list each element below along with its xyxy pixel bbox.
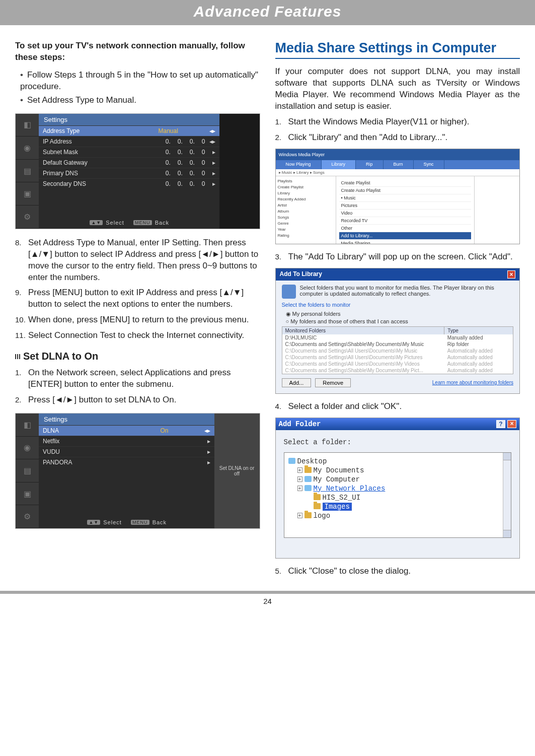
up-down-keys-icon: ▲▼ [87, 520, 100, 525]
bullet-item: Set Address Type to Manual. [20, 95, 260, 106]
wmp-tree-item[interactable]: Library [278, 190, 334, 196]
wmp-menu-item[interactable]: Create Playlist [339, 179, 472, 187]
wmp-menu-item[interactable]: • Music [339, 194, 472, 202]
wmp-tree-item[interactable]: Songs [278, 215, 334, 221]
step-text: Press [◄/►] button to set DLNA to On. [28, 394, 260, 406]
wmp-tab[interactable]: Now Playing [276, 160, 322, 169]
wmp-tab[interactable]: Rip [356, 160, 384, 169]
tree-node-desktop[interactable]: Desktop [288, 457, 507, 466]
tv-hint-panel: Set DLNA on or off [214, 414, 260, 528]
wmp-tree-item[interactable]: Recently Added [278, 196, 334, 202]
list-item: 5. Click "Close" to close the dialog. [275, 566, 520, 577]
wmp-library-dropdown: Create PlaylistCreate Auto Playlist• Mus… [336, 176, 475, 244]
tv-setting-row[interactable]: Netflix▸ [39, 436, 214, 446]
tv-setting-row[interactable]: Subnet Mask0.0.0.0▸ [39, 147, 219, 157]
atl-title-text: Add To Library [280, 270, 322, 279]
computer-icon [304, 476, 312, 482]
wmp-tab[interactable]: Sync [414, 160, 444, 169]
wmp-menu-item[interactable]: Video [339, 210, 472, 217]
list-item: 1.On the Network screen, select Applicat… [15, 367, 260, 390]
tree-node-logo[interactable]: +logo [288, 511, 507, 520]
wmp-tab[interactable]: Library [322, 160, 356, 169]
wmp-menu-item[interactable]: Media Sharing... [339, 240, 472, 244]
step-text: Click "Library" and then "Add to Library… [288, 132, 520, 144]
wmp-nav-tree: PlaylistsCreate PlaylistLibraryRecently … [276, 176, 336, 244]
wmp-menu-item[interactable]: Create Auto Playlist [339, 187, 472, 194]
tree-node-his[interactable]: HIS_S2_UI [288, 493, 507, 502]
expand-icon[interactable]: + [297, 513, 302, 518]
wmp-title-text: Windows Media Player [279, 152, 325, 157]
tv-setting-row[interactable]: DLNAOn◂▸ [39, 425, 214, 436]
wmp-tree-item[interactable]: Create Playlist [278, 184, 334, 190]
tv-setting-row[interactable]: Address TypeManual◂▸ [39, 125, 219, 136]
wmp-menu-item[interactable]: Pictures [339, 202, 472, 210]
wmp-menu-item[interactable]: Recorded TV [339, 217, 472, 225]
list-item: 11.Select Connection Test to check the I… [15, 330, 260, 341]
expand-icon[interactable]: + [297, 486, 302, 491]
atl-radio-others[interactable]: ○ My folders and those of others that I … [286, 318, 514, 324]
atl-table-row[interactable]: C:\Documents and Settings\All Users\Docu… [282, 348, 513, 354]
expand-icon[interactable]: + [297, 467, 302, 473]
close-icon[interactable]: × [507, 420, 516, 428]
atl-table-row[interactable]: C:\Documents and Settings\Shabble\My Doc… [282, 341, 513, 348]
step-text: On the Network screen, select Applicatio… [28, 367, 260, 390]
wmp-tree-item[interactable]: Album [278, 209, 334, 215]
step-number: 1. [15, 367, 28, 390]
atl-titlebar: Add To Library × [276, 268, 520, 281]
media-share-step-5: 5. Click "Close" to close the dialog. [275, 566, 520, 577]
atl-table-row[interactable]: C:\Documents and Settings\All Users\Docu… [282, 354, 513, 361]
wmp-tab[interactable]: Burn [384, 160, 414, 169]
af-body: Select a folder: Desktop +My Documents +… [276, 430, 520, 546]
af-folder-tree[interactable]: Desktop +My Documents +My Computer +My N… [284, 452, 512, 538]
atl-table-row[interactable]: C:\Documents and Settings\Shabble\My Doc… [282, 367, 513, 374]
tree-node-mynet[interactable]: +My Network Places [288, 484, 507, 493]
tree-node-images[interactable]: Images [288, 502, 507, 511]
tv-setting-row[interactable]: Secondary DNS0.0.0.0▸ [39, 178, 219, 189]
tree-node-mycomp[interactable]: +My Computer [288, 475, 507, 484]
tv-setting-row[interactable]: PANDORA▸ [39, 457, 214, 467]
learn-more-link[interactable]: Learn more about monitoring folders [432, 380, 513, 385]
tv-setting-row[interactable]: Default Gateway0.0.0.0▸ [39, 157, 219, 168]
step-number: 8. [15, 237, 28, 284]
wmp-titlebar: Windows Media Player [276, 149, 520, 160]
help-icon[interactable]: ? [496, 420, 505, 428]
wmp-tree-item[interactable]: Year [278, 227, 334, 233]
wmp-body: PlaylistsCreate PlaylistLibraryRecently … [276, 176, 520, 244]
tv-side-icon: ◉ [16, 136, 39, 160]
expand-icon[interactable]: + [297, 476, 302, 482]
list-item: 9.Press [MENU] button to exit IP Address… [15, 287, 260, 310]
add-folder-dialog-screenshot: Add Folder ? × Select a folder: Desktop … [275, 418, 520, 559]
tv-setting-row[interactable]: VUDU▸ [39, 446, 214, 457]
page-number: 24 [0, 594, 535, 615]
step-text: Select a folder and click "OK". [288, 401, 520, 413]
wmp-tree-item[interactable]: Playlists [278, 178, 334, 184]
close-icon[interactable]: × [507, 270, 515, 279]
step-number: 3. [275, 251, 288, 263]
tv-side-icon: ▤ [16, 459, 39, 483]
page-header: Advanced Features [0, 0, 535, 25]
folder-open-icon [314, 503, 321, 509]
wmp-tree-item[interactable]: Artist [278, 202, 334, 209]
scrollbar[interactable] [503, 453, 511, 537]
tree-node-mydocs[interactable]: +My Documents [288, 466, 507, 475]
atl-table-row[interactable]: D:\HJLMUSICManually added [282, 334, 513, 341]
wmp-menu-item[interactable]: Other [339, 225, 472, 232]
left-column: To set up your TV's network connection m… [15, 40, 260, 581]
atl-buttons-row: Add... Remove Learn more about monitorin… [282, 378, 514, 387]
wmp-menu-add-to-library[interactable]: Add to Library... [339, 232, 472, 240]
atl-radio-personal[interactable]: ◉ My personal folders [286, 311, 514, 317]
wmp-tree-item[interactable]: Genre [278, 221, 334, 227]
atl-table-row[interactable]: C:\Documents and Settings\All Users\Docu… [282, 361, 513, 367]
right-column: Media Share Settings in Computer If your… [275, 40, 520, 581]
manual-setup-bullets: Follow Steps 1 through 5 in the "How to … [15, 70, 260, 106]
add-button[interactable]: Add... [282, 378, 312, 387]
remove-button[interactable]: Remove [315, 378, 351, 387]
bullet-item: Follow Steps 1 through 5 in the "How to … [20, 70, 260, 93]
tv-setting-row[interactable]: Primary DNS0.0.0.0▸ [39, 168, 219, 178]
tv-sidebar: ◧ ◉ ▤ ▣ ⚙ [16, 114, 39, 229]
wmp-tree-item[interactable]: Rating [278, 233, 334, 239]
step-text: The "Add To Library" will pop up on the … [288, 251, 520, 263]
step-number: 5. [275, 566, 288, 577]
tv-settings-dlna-screenshot: ◧ ◉ ▤ ▣ ⚙ Settings DLNAOn◂▸Netflix▸VUDU▸… [15, 413, 260, 529]
tv-setting-row[interactable]: IP Address0.0.0.0◂▸ [39, 136, 219, 147]
